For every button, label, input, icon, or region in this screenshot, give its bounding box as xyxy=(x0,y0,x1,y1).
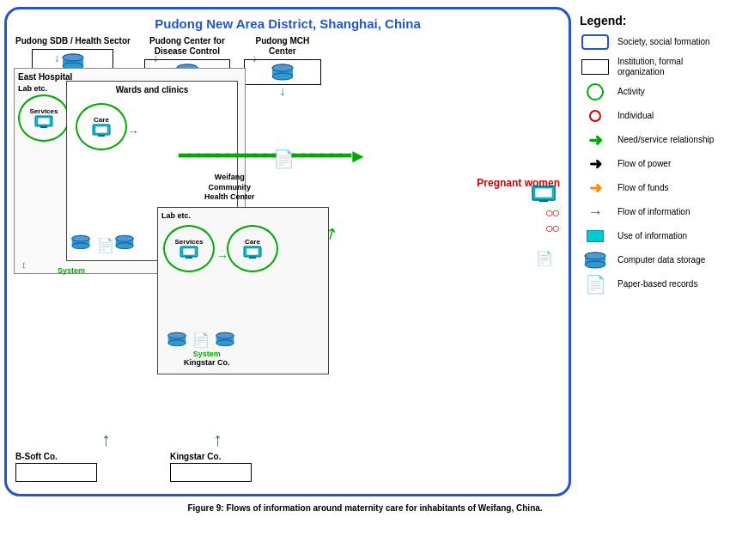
weifang-right-paper: 📄 xyxy=(536,250,553,266)
legend-institution: Institution, formal organization xyxy=(580,57,719,77)
legend-society-text: Society, social formation xyxy=(617,37,710,47)
db-icon-east2 xyxy=(114,234,135,250)
legend-activity: Activity xyxy=(580,82,719,101)
kingstar-box-label: Kingstar Co. xyxy=(170,452,252,461)
pudong-mch-institution: Pudong MCHCenter ↓ xyxy=(244,36,321,97)
weifang-care-label: Care xyxy=(245,238,260,246)
weifang-label: WeifangCommunityHealth Center xyxy=(204,173,255,203)
computer-icon-pregnant xyxy=(532,186,556,203)
east-blue-arrows: ↕ xyxy=(21,259,27,270)
legend-inst-icon xyxy=(580,58,611,76)
legend-paper-records: 📄 Paper-based records xyxy=(580,275,719,294)
east-lab-label: Lab etc. xyxy=(18,84,47,93)
legend-individual-icon xyxy=(580,107,611,125)
mch-arrow-down: ↓ xyxy=(279,85,285,97)
red-circles: ○○○○ xyxy=(545,205,558,235)
weifang-inner-area: Lab etc. Services → Care xyxy=(157,207,329,374)
weifang-lab-label: Lab etc. xyxy=(161,211,325,220)
svg-rect-41 xyxy=(535,188,552,198)
bsoft-area: B-Soft Co. xyxy=(15,452,97,485)
east-services-to-care-arrow: → xyxy=(127,125,139,138)
legend-blue-arrow-icon: → xyxy=(580,203,611,222)
orange-arrow-icon: ➜ xyxy=(589,179,602,198)
svg-point-34 xyxy=(168,340,186,346)
svg-point-45 xyxy=(585,261,605,268)
individual-circle-legend xyxy=(589,110,601,122)
weifang-services-circle: Services xyxy=(163,225,215,272)
legend-paper-text: Paper-based records xyxy=(617,279,697,289)
svg-rect-17 xyxy=(98,135,105,137)
svg-point-25 xyxy=(116,235,134,241)
green-arrow-icon: ➜ xyxy=(588,130,603,150)
computer-icon-weifang-services xyxy=(179,246,198,259)
bsoft-label: B-Soft Co. xyxy=(15,452,97,461)
paper-records-icon: 📄 xyxy=(585,274,606,295)
weifang-care-circle: Care xyxy=(227,225,278,272)
legend-use-info: Use of information xyxy=(580,227,719,246)
black-arrow-icon: ➜ xyxy=(589,155,602,173)
legend-db-icon xyxy=(580,251,611,270)
bsoft-up-arrow: ↑ xyxy=(101,429,111,451)
svg-point-39 xyxy=(216,332,234,338)
svg-point-3 xyxy=(63,54,83,61)
db-icon-mch xyxy=(271,64,295,81)
kingstar-area: Kingstar Co. xyxy=(170,452,252,485)
legend-need-service-text: Need/service relationship xyxy=(617,135,714,145)
svg-rect-16 xyxy=(95,126,107,133)
east-paper1: 📄 xyxy=(97,237,114,253)
db-icon-weifang2 xyxy=(215,332,235,347)
legend-use-info-icon xyxy=(580,227,611,246)
svg-point-24 xyxy=(116,243,134,249)
blue-arrow-left3: ↓ xyxy=(252,52,257,64)
legend-inst-text: Institution, formal organization xyxy=(617,57,719,77)
legend-black-arrow-icon: ➜ xyxy=(580,155,611,173)
legend-orange-arrow-icon: ➜ xyxy=(580,179,611,198)
pudong-mch-label: Pudong MCHCenter xyxy=(256,36,310,57)
svg-rect-31 xyxy=(249,257,256,259)
blue-arrow-left2: ↓ xyxy=(153,52,158,64)
db-icon-weifang1 xyxy=(167,332,187,347)
legend-activity-text: Activity xyxy=(617,87,645,97)
pudong-sdb-label: Pudong SDB / Health Sector xyxy=(15,36,131,46)
svg-rect-30 xyxy=(246,248,259,255)
kingstar-up-arrow: ↑ xyxy=(213,429,222,451)
legend-flow-funds-text: Flow of funds xyxy=(617,183,668,193)
inst-box-legend-icon xyxy=(581,59,609,75)
svg-rect-28 xyxy=(186,257,192,259)
legend-individual-text: Individual xyxy=(617,111,654,121)
weifang-system-label: SystemKingstar Co. xyxy=(184,350,230,367)
main-flow-arrow: ━━━━━━━━━━━━━━━━━━► xyxy=(179,145,366,167)
activity-circle-legend-icon xyxy=(587,83,604,100)
weifang-paper: 📄 xyxy=(192,332,210,348)
svg-rect-42 xyxy=(539,200,548,202)
svg-rect-13 xyxy=(38,118,50,125)
wards-label: Wards and clinics xyxy=(70,85,234,94)
legend-db-text: Computer data storage xyxy=(617,255,705,265)
computer-icon-east-services xyxy=(34,115,53,129)
legend-flow-funds: ➜ Flow of funds xyxy=(580,179,719,198)
svg-rect-14 xyxy=(40,126,47,128)
legend-society-icon xyxy=(580,33,611,52)
svg-point-35 xyxy=(168,332,186,338)
svg-point-38 xyxy=(216,340,234,346)
legend-society: Society, social formation xyxy=(580,33,719,52)
svg-point-20 xyxy=(72,243,90,249)
legend-db-storage: Computer data storage xyxy=(580,251,719,270)
east-db1 xyxy=(70,234,91,253)
legend-title: Legend: xyxy=(580,14,719,27)
east-db2 xyxy=(114,234,135,253)
east-care-label: Care xyxy=(94,116,109,124)
bsoft-box xyxy=(15,463,97,482)
svg-point-11 xyxy=(272,64,293,71)
pregnant-computer xyxy=(532,186,556,206)
legend-flow-info-text: Flow of information xyxy=(617,207,690,217)
svg-rect-27 xyxy=(183,248,195,255)
weifang-services-label: Services xyxy=(175,238,204,246)
svg-point-46 xyxy=(585,253,605,259)
legend-flow-power: ➜ Flow of power xyxy=(580,155,719,173)
society-box-icon xyxy=(581,34,609,50)
east-care-circle: Care xyxy=(76,103,127,150)
east-services-label: Services xyxy=(30,107,58,115)
legend-need-service: ➜ Need/service relationship xyxy=(580,131,719,149)
main-container: Pudong New Area District, Shanghai, Chin… xyxy=(4,7,726,496)
